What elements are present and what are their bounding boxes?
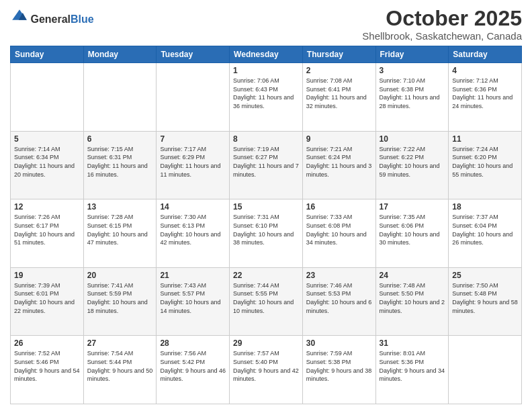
- day-number: 26: [14, 338, 80, 348]
- day-number: 14: [160, 202, 226, 212]
- title-block: October 2025 Shellbrook, Saskatchewan, C…: [362, 7, 522, 42]
- table-row: 25Sunrise: 7:50 AM Sunset: 5:48 PM Dayli…: [449, 267, 522, 336]
- day-number: 29: [233, 338, 299, 348]
- logo-block: GeneralBlue: [10, 7, 94, 26]
- table-row: 16Sunrise: 7:33 AM Sunset: 6:08 PM Dayli…: [302, 199, 375, 268]
- calendar-week-1: 1Sunrise: 7:06 AM Sunset: 6:43 PM Daylig…: [11, 63, 522, 132]
- day-number: 20: [87, 271, 153, 280]
- day-number: 7: [160, 134, 226, 144]
- day-info: Sunrise: 7:54 AM Sunset: 5:44 PM Dayligh…: [87, 349, 153, 383]
- table-row: [83, 63, 157, 132]
- day-number: 4: [452, 66, 518, 75]
- table-row: 7Sunrise: 7:17 AM Sunset: 6:29 PM Daylig…: [157, 131, 230, 199]
- day-info: Sunrise: 7:26 AM Sunset: 6:17 PM Dayligh…: [14, 213, 80, 246]
- day-info: Sunrise: 7:14 AM Sunset: 6:34 PM Dayligh…: [14, 145, 80, 179]
- day-number: 21: [160, 271, 226, 280]
- table-row: 3Sunrise: 7:10 AM Sunset: 6:38 PM Daylig…: [375, 63, 449, 132]
- day-number: 15: [233, 202, 299, 212]
- calendar-title: October 2025: [362, 7, 522, 30]
- day-info: Sunrise: 7:39 AM Sunset: 6:01 PM Dayligh…: [14, 281, 80, 315]
- day-info: Sunrise: 7:28 AM Sunset: 6:15 PM Dayligh…: [87, 213, 153, 246]
- day-number: 11: [452, 134, 518, 144]
- day-info: Sunrise: 8:01 AM Sunset: 5:36 PM Dayligh…: [380, 349, 445, 383]
- calendar-week-5: 26Sunrise: 7:52 AM Sunset: 5:46 PM Dayli…: [11, 336, 522, 404]
- table-row: 4Sunrise: 7:12 AM Sunset: 6:36 PM Daylig…: [449, 63, 522, 132]
- day-info: Sunrise: 7:35 AM Sunset: 6:06 PM Dayligh…: [380, 213, 445, 246]
- table-row: 24Sunrise: 7:48 AM Sunset: 5:50 PM Dayli…: [375, 267, 449, 336]
- day-info: Sunrise: 7:44 AM Sunset: 5:55 PM Dayligh…: [233, 281, 299, 315]
- table-row: 20Sunrise: 7:41 AM Sunset: 5:59 PM Dayli…: [83, 267, 157, 336]
- col-wednesday: Wednesday: [230, 46, 303, 63]
- col-friday: Friday: [375, 46, 449, 63]
- day-info: Sunrise: 7:17 AM Sunset: 6:29 PM Dayligh…: [160, 145, 226, 179]
- day-number: 6: [87, 134, 153, 144]
- day-number: 22: [233, 271, 299, 280]
- day-info: Sunrise: 7:31 AM Sunset: 6:10 PM Dayligh…: [233, 213, 299, 246]
- calendar-week-3: 12Sunrise: 7:26 AM Sunset: 6:17 PM Dayli…: [11, 199, 522, 268]
- table-row: [449, 336, 522, 404]
- table-row: 2Sunrise: 7:08 AM Sunset: 6:41 PM Daylig…: [302, 63, 375, 132]
- table-row: [11, 63, 84, 132]
- table-row: 15Sunrise: 7:31 AM Sunset: 6:10 PM Dayli…: [230, 199, 303, 268]
- logo: GeneralBlue: [10, 7, 94, 26]
- logo-text: GeneralBlue: [30, 13, 93, 25]
- day-info: Sunrise: 7:56 AM Sunset: 5:42 PM Dayligh…: [160, 349, 226, 383]
- day-number: 5: [14, 134, 80, 144]
- day-number: 9: [306, 134, 372, 144]
- table-row: 13Sunrise: 7:28 AM Sunset: 6:15 PM Dayli…: [83, 199, 157, 268]
- day-info: Sunrise: 7:06 AM Sunset: 6:43 PM Dayligh…: [233, 77, 299, 110]
- calendar-subtitle: Shellbrook, Saskatchewan, Canada: [362, 30, 522, 42]
- day-number: 3: [380, 66, 445, 75]
- day-number: 27: [87, 338, 153, 348]
- table-row: 8Sunrise: 7:19 AM Sunset: 6:27 PM Daylig…: [230, 131, 303, 199]
- table-row: 9Sunrise: 7:21 AM Sunset: 6:24 PM Daylig…: [302, 131, 375, 199]
- day-info: Sunrise: 7:41 AM Sunset: 5:59 PM Dayligh…: [87, 281, 153, 315]
- table-row: 31Sunrise: 8:01 AM Sunset: 5:36 PM Dayli…: [375, 336, 449, 404]
- table-row: 19Sunrise: 7:39 AM Sunset: 6:01 PM Dayli…: [11, 267, 84, 336]
- table-row: 1Sunrise: 7:06 AM Sunset: 6:43 PM Daylig…: [230, 63, 303, 132]
- day-info: Sunrise: 7:46 AM Sunset: 5:53 PM Dayligh…: [306, 281, 372, 315]
- day-number: 8: [233, 134, 299, 144]
- table-row: 26Sunrise: 7:52 AM Sunset: 5:46 PM Dayli…: [11, 336, 84, 404]
- day-info: Sunrise: 7:21 AM Sunset: 6:24 PM Dayligh…: [306, 145, 372, 179]
- table-row: 10Sunrise: 7:22 AM Sunset: 6:22 PM Dayli…: [375, 131, 449, 199]
- day-number: 28: [160, 338, 226, 348]
- table-row: 23Sunrise: 7:46 AM Sunset: 5:53 PM Dayli…: [302, 267, 375, 336]
- col-sunday: Sunday: [11, 46, 84, 63]
- table-row: 22Sunrise: 7:44 AM Sunset: 5:55 PM Dayli…: [230, 267, 303, 336]
- day-number: 12: [14, 202, 80, 212]
- day-number: 16: [306, 202, 372, 212]
- table-row: 21Sunrise: 7:43 AM Sunset: 5:57 PM Dayli…: [157, 267, 230, 336]
- calendar-header-row: Sunday Monday Tuesday Wednesday Thursday…: [11, 46, 522, 63]
- day-info: Sunrise: 7:12 AM Sunset: 6:36 PM Dayligh…: [452, 77, 518, 110]
- day-info: Sunrise: 7:30 AM Sunset: 6:13 PM Dayligh…: [160, 213, 226, 246]
- day-number: 17: [380, 202, 445, 212]
- day-info: Sunrise: 7:24 AM Sunset: 6:20 PM Dayligh…: [452, 145, 518, 179]
- day-info: Sunrise: 7:15 AM Sunset: 6:31 PM Dayligh…: [87, 145, 153, 179]
- day-number: 2: [306, 66, 372, 75]
- day-info: Sunrise: 7:52 AM Sunset: 5:46 PM Dayligh…: [14, 349, 80, 383]
- table-row: 6Sunrise: 7:15 AM Sunset: 6:31 PM Daylig…: [83, 131, 157, 199]
- calendar-week-4: 19Sunrise: 7:39 AM Sunset: 6:01 PM Dayli…: [11, 267, 522, 336]
- table-row: 5Sunrise: 7:14 AM Sunset: 6:34 PM Daylig…: [11, 131, 84, 199]
- table-row: 29Sunrise: 7:57 AM Sunset: 5:40 PM Dayli…: [230, 336, 303, 404]
- table-row: 18Sunrise: 7:37 AM Sunset: 6:04 PM Dayli…: [449, 199, 522, 268]
- table-row: 14Sunrise: 7:30 AM Sunset: 6:13 PM Dayli…: [157, 199, 230, 268]
- day-number: 24: [380, 271, 445, 280]
- col-tuesday: Tuesday: [157, 46, 230, 63]
- col-monday: Monday: [83, 46, 157, 63]
- day-info: Sunrise: 7:50 AM Sunset: 5:48 PM Dayligh…: [452, 281, 518, 315]
- col-saturday: Saturday: [449, 46, 522, 63]
- day-number: 10: [380, 134, 445, 144]
- day-number: 31: [380, 338, 445, 348]
- table-row: 11Sunrise: 7:24 AM Sunset: 6:20 PM Dayli…: [449, 131, 522, 199]
- day-info: Sunrise: 7:33 AM Sunset: 6:08 PM Dayligh…: [306, 213, 372, 246]
- table-row: [157, 63, 230, 132]
- day-info: Sunrise: 7:37 AM Sunset: 6:04 PM Dayligh…: [452, 213, 518, 246]
- day-info: Sunrise: 7:59 AM Sunset: 5:38 PM Dayligh…: [306, 349, 372, 383]
- day-info: Sunrise: 7:22 AM Sunset: 6:22 PM Dayligh…: [380, 145, 445, 179]
- day-info: Sunrise: 7:19 AM Sunset: 6:27 PM Dayligh…: [233, 145, 299, 179]
- col-thursday: Thursday: [302, 46, 375, 63]
- header: GeneralBlue October 2025 Shellbrook, Sas…: [10, 7, 522, 42]
- table-row: 30Sunrise: 7:59 AM Sunset: 5:38 PM Dayli…: [302, 336, 375, 404]
